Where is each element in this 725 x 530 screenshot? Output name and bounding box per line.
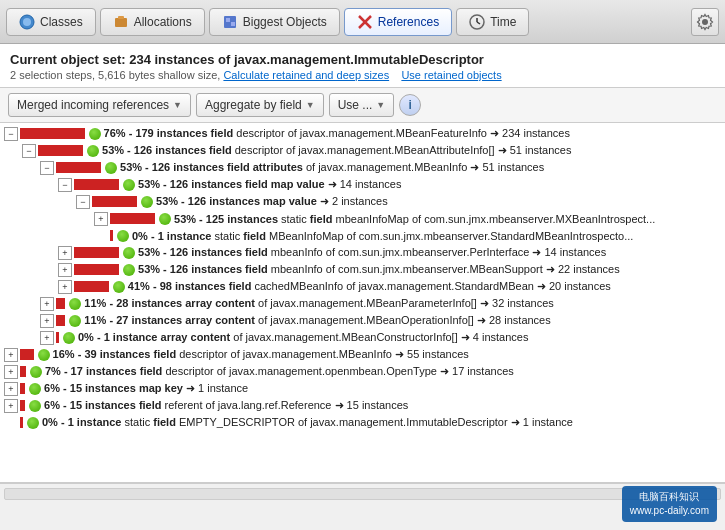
object-icon xyxy=(122,178,136,192)
expand-button[interactable]: + xyxy=(4,382,18,396)
expand-button[interactable]: + xyxy=(58,246,72,260)
bar-zero xyxy=(110,230,113,241)
tree-row[interactable]: −53% - 126 instances field descriptor of… xyxy=(0,142,725,159)
green-circle-icon xyxy=(123,179,135,191)
info-bar: Current object set: 234 instances of jav… xyxy=(0,44,725,88)
expand-button[interactable]: + xyxy=(58,280,72,294)
object-icon xyxy=(122,263,136,277)
tab-allocations-label: Allocations xyxy=(134,15,192,29)
tree-row[interactable]: +6% - 15 instances map key ➜ 1 instance xyxy=(0,380,725,397)
merged-dropdown[interactable]: Merged incoming references ▼ xyxy=(8,93,191,117)
percentage-bar xyxy=(74,264,119,275)
expand-button[interactable]: + xyxy=(4,365,18,379)
tree-row[interactable]: +53% - 126 instances field mbeanInfo of … xyxy=(0,261,725,278)
row-text: 0% - 1 instance array content of javax.m… xyxy=(78,331,528,344)
collapse-button[interactable]: − xyxy=(22,144,36,158)
tree-row[interactable]: +7% - 17 instances field descriptor of j… xyxy=(0,363,725,380)
svg-rect-6 xyxy=(231,22,235,26)
percentage-bar xyxy=(20,400,25,411)
expand-button[interactable]: + xyxy=(4,348,18,362)
tree-row[interactable]: +41% - 98 instances field cachedMBeanInf… xyxy=(0,278,725,295)
object-icon xyxy=(86,144,100,158)
info-button[interactable]: i xyxy=(399,94,421,116)
object-icon xyxy=(116,229,130,243)
row-text: 0% - 1 instance static field MBeanInfoMa… xyxy=(132,230,633,242)
aggregate-dropdown[interactable]: Aggregate by field ▼ xyxy=(196,93,324,117)
tree-row[interactable]: +11% - 27 instances array content of jav… xyxy=(0,312,725,329)
tree-row[interactable]: −53% - 126 instances map value ➜ 2 insta… xyxy=(0,193,725,210)
gear-button[interactable] xyxy=(691,8,719,36)
tree-row[interactable]: 0% - 1 instance static field MBeanInfoMa… xyxy=(0,227,725,244)
percentage-bar xyxy=(74,247,119,258)
green-circle-icon xyxy=(113,281,125,293)
collapse-button[interactable]: − xyxy=(76,195,90,209)
watermark: 电脑百科知识 www.pc-daily.com xyxy=(622,486,717,522)
object-icon xyxy=(68,314,82,328)
horizontal-scrollbar[interactable] xyxy=(4,488,721,500)
tab-biggest-label: Biggest Objects xyxy=(243,15,327,29)
tree-row[interactable]: 0% - 1 instance static field EMPTY_DESCR… xyxy=(0,414,725,431)
allocations-icon xyxy=(113,14,129,30)
page-title: Current object set: 234 instances of jav… xyxy=(10,52,715,67)
tab-classes-label: Classes xyxy=(40,15,83,29)
tree-row[interactable]: +6% - 15 instances field referent of jav… xyxy=(0,397,725,414)
object-icon xyxy=(158,212,172,226)
biggest-icon xyxy=(222,14,238,30)
object-icon xyxy=(122,246,136,260)
svg-rect-3 xyxy=(118,16,124,19)
references-tree[interactable]: −76% - 179 instances field descriptor of… xyxy=(0,123,725,483)
green-circle-icon xyxy=(38,349,50,361)
row-text: 76% - 179 instances field descriptor of … xyxy=(104,127,570,140)
percentage-bar xyxy=(38,145,83,156)
retained-link[interactable]: Use retained objects xyxy=(401,69,501,81)
tree-row[interactable]: −53% - 126 instances field attributes of… xyxy=(0,159,725,176)
expand-button[interactable]: + xyxy=(4,399,18,413)
object-icon xyxy=(28,399,42,413)
expand-button[interactable]: + xyxy=(40,331,54,345)
main-toolbar: Classes Allocations Biggest Objects Refe… xyxy=(0,0,725,44)
expand-button[interactable]: + xyxy=(58,263,72,277)
green-circle-icon xyxy=(159,213,171,225)
tree-row[interactable]: −53% - 126 instances field map value ➜ 1… xyxy=(0,176,725,193)
row-text: 11% - 27 instances array content of java… xyxy=(84,314,550,327)
collapse-button[interactable]: − xyxy=(4,127,18,141)
object-icon xyxy=(26,416,40,430)
tree-row[interactable]: +53% - 126 instances field mbeanInfo of … xyxy=(0,244,725,261)
collapse-button[interactable]: − xyxy=(40,161,54,175)
tab-biggest[interactable]: Biggest Objects xyxy=(209,8,340,36)
expand-button[interactable]: + xyxy=(40,314,54,328)
percentage-bar xyxy=(20,349,34,360)
calc-link[interactable]: Calculate retained and deep sizes xyxy=(223,69,389,81)
use-dropdown[interactable]: Use ... ▼ xyxy=(329,93,395,117)
percentage-bar xyxy=(20,366,26,377)
object-icon xyxy=(29,365,43,379)
green-circle-icon xyxy=(27,417,39,429)
tree-row[interactable]: +0% - 1 instance array content of javax.… xyxy=(0,329,725,346)
percentage-bar xyxy=(56,315,65,326)
tree-row[interactable]: +53% - 125 instances static field mbeanI… xyxy=(0,210,725,227)
green-circle-icon xyxy=(87,145,99,157)
tab-time[interactable]: Time xyxy=(456,8,529,36)
percentage-bar xyxy=(20,383,25,394)
object-icon xyxy=(37,348,51,362)
object-icon xyxy=(104,161,118,175)
tree-row[interactable]: +11% - 28 instances array content of jav… xyxy=(0,295,725,312)
object-icon xyxy=(88,127,102,141)
tab-allocations[interactable]: Allocations xyxy=(100,8,205,36)
expand-button[interactable]: + xyxy=(94,212,108,226)
collapse-button[interactable]: − xyxy=(58,178,72,192)
object-icon xyxy=(62,331,76,345)
expand-button[interactable]: + xyxy=(40,297,54,311)
tab-classes[interactable]: Classes xyxy=(6,8,96,36)
tree-row[interactable]: −76% - 179 instances field descriptor of… xyxy=(0,125,725,142)
tab-references[interactable]: References xyxy=(344,8,452,36)
percentage-bar xyxy=(92,196,137,207)
bottom-scrollbar-bar xyxy=(0,483,725,503)
row-text: 6% - 15 instances map key ➜ 1 instance xyxy=(44,382,248,395)
green-circle-icon xyxy=(69,315,81,327)
svg-rect-2 xyxy=(115,18,127,27)
object-icon xyxy=(28,382,42,396)
chevron-down-icon: ▼ xyxy=(376,100,385,110)
tree-row[interactable]: +16% - 39 instances field descriptor of … xyxy=(0,346,725,363)
classes-icon xyxy=(19,14,35,30)
